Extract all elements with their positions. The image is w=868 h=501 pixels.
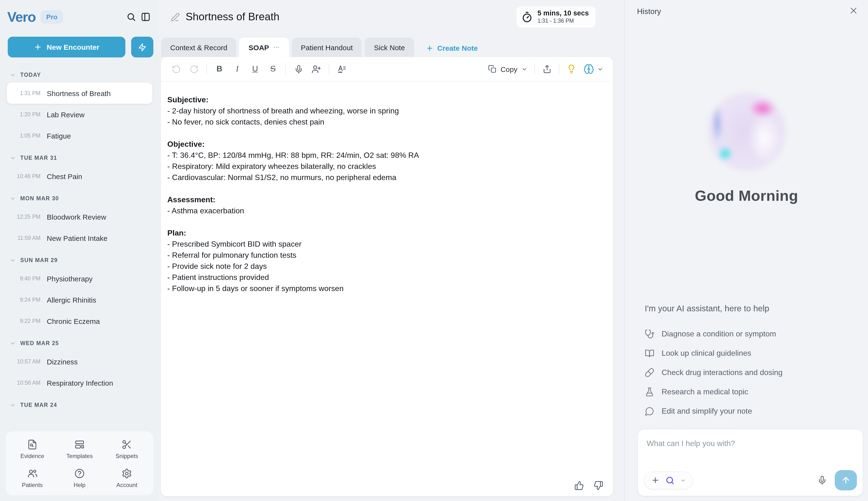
strikethrough-button[interactable]: S <box>268 64 278 74</box>
encounter-list: TODAY1:31 PMShortness of Breath1:20 PMLa… <box>0 57 159 427</box>
suggestion-label: Check drug interactions and dosing <box>662 368 783 377</box>
encounter-item-bloodwork-review[interactable]: 12:25 PMBloodwork Review <box>7 206 152 227</box>
deep-search-icon[interactable] <box>666 476 674 485</box>
tab-sick-note[interactable]: Sick Note <box>365 38 414 57</box>
suggestion-diagnose-a-condition-or-symptom[interactable]: Diagnose a condition or symptom <box>645 324 858 344</box>
chevron-down-icon <box>10 340 16 346</box>
encounter-time: 10:46 PM <box>10 173 41 179</box>
group-label: TODAY <box>20 72 41 78</box>
encounter-time: 9:24 PM <box>10 297 41 302</box>
encounter-item-respiratory-infection[interactable]: 10:56 AMRespiratory Infection <box>7 372 152 393</box>
quick-capture-button[interactable] <box>131 37 153 57</box>
create-note-button[interactable]: Create Note <box>426 44 477 52</box>
main-area: Shortness of Breath 5 mins, 10 secs 1:31… <box>159 0 625 501</box>
suggestion-check-drug-interactions-and-dosing[interactable]: Check drug interactions and dosing <box>645 363 858 382</box>
new-encounter-button[interactable]: New Encounter <box>8 37 125 57</box>
chat-toolbar <box>644 470 857 490</box>
tab-options-icon[interactable] <box>273 44 280 51</box>
dictate-mic-icon[interactable] <box>293 64 304 74</box>
group-header-tue-mar-24[interactable]: TUE MAR 24 <box>7 397 152 413</box>
encounter-title: Dizziness <box>47 358 78 366</box>
encounter-time: 11:59 AM <box>10 235 41 241</box>
lightbulb-icon[interactable] <box>566 64 577 74</box>
encounter-time: 1:05 PM <box>10 133 41 139</box>
undo-icon[interactable] <box>171 64 181 74</box>
search-icon[interactable] <box>127 12 136 22</box>
tab-soap[interactable]: SOAP <box>239 38 289 57</box>
encounter-item-fatigue[interactable]: 1:05 PMFatigue <box>7 125 152 146</box>
nav-patients[interactable]: Patients <box>9 468 56 489</box>
sidebar-toggle-icon[interactable] <box>141 12 151 22</box>
add-person-icon[interactable] <box>311 64 322 74</box>
note-line: - Patient instructions provided <box>167 272 600 283</box>
group-label: SUN MAR 29 <box>20 257 58 263</box>
suggestion-edit-and-simplify-your-note[interactable]: Edit and simplify your note <box>645 402 858 421</box>
encounter-item-physiotherapy[interactable]: 9:40 PMPhysiotherapy <box>7 268 152 289</box>
voice-input-icon[interactable] <box>817 476 827 485</box>
nav-label: Account <box>117 482 138 489</box>
bold-button[interactable]: B <box>214 64 225 74</box>
group-header-wed-mar-25[interactable]: WED MAR 25 <box>7 335 152 351</box>
timer-text: 5 mins, 10 secs 1:31 - 1:36 PM <box>537 9 589 24</box>
suggestion-research-a-medical-topic[interactable]: Research a medical topic <box>645 382 858 402</box>
note-content[interactable]: Subjective:- 2-day history of shortness … <box>161 82 613 305</box>
copy-button[interactable]: Copy <box>488 65 528 73</box>
encounter-item-lab-review[interactable]: 1:20 PMLab Review <box>7 104 152 125</box>
thumbs-up-icon[interactable] <box>574 481 584 490</box>
footer-nav-row-1: EvidenceTemplatesSnippets <box>9 439 151 459</box>
nav-help[interactable]: Help <box>56 468 103 489</box>
thumbs-down-icon[interactable] <box>594 481 603 490</box>
main-header: Shortness of Breath 5 mins, 10 secs 1:31… <box>159 0 625 34</box>
note-editor-card: B I U S <box>161 57 613 496</box>
tab-label: Context & Record <box>170 43 227 51</box>
toolbar-divider <box>559 63 559 75</box>
underline-button[interactable]: U <box>250 64 261 74</box>
help-circle-icon <box>74 468 85 479</box>
ai-model-selector[interactable] <box>583 64 603 74</box>
encounter-item-allergic-rhinitis[interactable]: 9:24 PMAllergic Rhinitis <box>7 289 152 310</box>
chevron-down-icon <box>10 257 16 263</box>
edit-title-icon[interactable] <box>171 12 180 21</box>
chevron-down-icon <box>10 155 16 161</box>
encounter-item-dizziness[interactable]: 10:57 AMDizziness <box>7 351 152 372</box>
chevron-down-icon[interactable] <box>680 478 686 483</box>
note-line: - Follow-up in 5 days or sooner if sympt… <box>167 283 600 294</box>
nav-account[interactable]: Account <box>103 468 151 489</box>
stethoscope-icon <box>645 329 655 339</box>
chat-input-card: What can I help you with? <box>637 429 863 496</box>
group-header-mon-mar-30[interactable]: MON MAR 30 <box>7 191 152 206</box>
group-header-sun-mar-29[interactable]: SUN MAR 29 <box>7 253 152 268</box>
nav-label: Evidence <box>21 453 44 459</box>
encounter-title: Physiotherapy <box>47 274 92 283</box>
tab-context-record[interactable]: Context & Record <box>161 38 237 57</box>
share-icon[interactable] <box>541 64 552 74</box>
encounter-item-new-patient-intake[interactable]: 11:59 AMNew Patient Intake <box>7 227 152 248</box>
group-header-tue-mar-31[interactable]: TUE MAR 31 <box>7 150 152 166</box>
encounter-item-chest-pain[interactable]: 10:46 PMChest Pain <box>7 166 152 187</box>
nav-label: Patients <box>22 482 43 489</box>
suggestion-look-up-clinical-guidelines[interactable]: Look up clinical guidelines <box>645 344 858 363</box>
nav-templates[interactable]: Templates <box>56 439 103 459</box>
chat-input[interactable]: What can I help you with? <box>647 439 735 448</box>
encounter-item-shortness-of-breath[interactable]: 1:31 PMShortness of Breath <box>7 83 152 104</box>
nav-snippets[interactable]: Snippets <box>103 439 151 459</box>
attach-plus-icon[interactable] <box>651 476 660 484</box>
tab-patient-handout[interactable]: Patient Handout <box>292 38 362 57</box>
toolbar-divider <box>329 63 329 75</box>
group-header-today[interactable]: TODAY <box>7 67 152 83</box>
italic-button[interactable]: I <box>232 64 243 74</box>
suggestion-label: Research a medical topic <box>662 387 748 396</box>
file-search-icon <box>27 439 37 450</box>
encounter-timer: 5 mins, 10 secs 1:31 - 1:36 PM <box>516 7 595 27</box>
note-section-objective: Objective:- T: 36.4°C, BP: 120/84 mmHg, … <box>167 139 600 183</box>
chat-tools-pill <box>644 471 693 489</box>
encounter-item-chronic-eczema[interactable]: 9:22 PMChronic Eczema <box>7 310 152 332</box>
close-icon[interactable] <box>849 6 858 15</box>
text-format-icon[interactable] <box>337 64 347 74</box>
note-line: - Provide sick note for 2 days <box>167 260 600 272</box>
nav-label: Help <box>74 482 85 489</box>
nav-evidence[interactable]: Evidence <box>9 439 56 459</box>
send-button[interactable] <box>835 470 857 490</box>
redo-icon[interactable] <box>188 64 199 74</box>
encounter-group: WED MAR 2510:57 AMDizziness10:56 AMRespi… <box>7 335 152 393</box>
